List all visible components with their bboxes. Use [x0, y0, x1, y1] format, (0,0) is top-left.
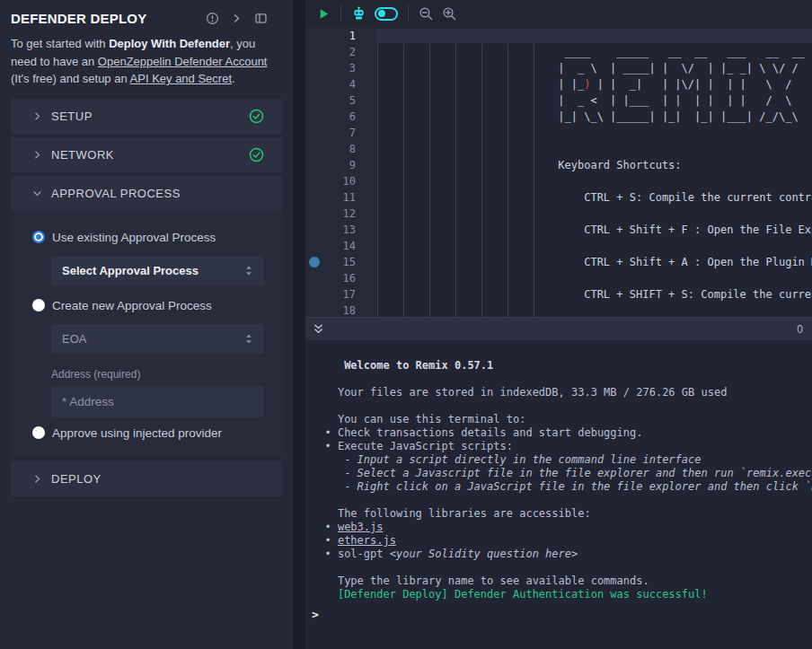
- breakpoint-dot[interactable]: [309, 257, 320, 267]
- line-number: 11: [305, 189, 356, 206]
- terminal-line: [312, 373, 812, 386]
- radio-create-new[interactable]: [32, 299, 45, 311]
- zoom-out-icon[interactable]: [419, 6, 434, 22]
- intro-link[interactable]: OpenZeppelin Defender Account: [98, 55, 268, 68]
- split-panel-icon[interactable]: [254, 12, 268, 25]
- terminal[interactable]: Welcome to Remix 0.57.1 Your files are s…: [305, 340, 812, 649]
- address-input[interactable]: [51, 386, 264, 417]
- radio-injected-provider[interactable]: [32, 426, 45, 439]
- editor-line: CTRL + Shift + F : Open the File Explore…: [376, 222, 812, 238]
- chevron-right-icon: [32, 111, 42, 121]
- section-deploy[interactable]: DEPLOY: [11, 461, 282, 496]
- editor-toolbar: [305, 0, 812, 27]
- editor-line: Keyboard Shortcuts:: [376, 157, 812, 173]
- chevron-right-icon: [32, 150, 42, 160]
- editor-line: | _ \ | ____| | \/ | |_ _| \ \/ /: [376, 60, 812, 76]
- terminal-line: - Select a Javascript file in the file e…: [312, 467, 812, 480]
- select-value: EOA: [62, 332, 86, 346]
- section-label: NETWORK: [51, 148, 114, 162]
- line-number: 7: [305, 125, 356, 141]
- editor-line: [376, 303, 812, 317]
- line-number: 14: [305, 238, 356, 254]
- terminal-line: Type the library name to see available c…: [312, 574, 812, 588]
- line-number: 3: [305, 60, 356, 76]
- toggle-knob: [378, 10, 385, 17]
- radio-label: Create new Approval Process: [52, 299, 212, 312]
- terminal-line: [Defender Deploy] Defender Authenticatio…: [312, 588, 812, 601]
- terminal-line: Welcome to Remix 0.57.1: [312, 359, 812, 373]
- terminal-line: • sol-gpt <your Solidity question here>: [312, 548, 812, 561]
- line-number: 1: [305, 28, 356, 44]
- line-number: 12: [305, 206, 356, 222]
- editor-line: CTRL + SHIFT + S: Compile the current co…: [376, 286, 812, 303]
- address-label: Address (required): [51, 368, 264, 381]
- editor-line: |_| \_\ |_____| |_| |_| |___| /_/\_\: [376, 109, 812, 125]
- line-number: 10: [305, 173, 356, 189]
- section-label: APPROVAL PROCESS: [51, 187, 181, 200]
- code-editor[interactable]: 12345678910111213141516171819 ____ _____…: [305, 27, 812, 317]
- line-number: 8: [305, 141, 356, 157]
- approval-process-select[interactable]: Select Approval Process: [51, 256, 264, 285]
- approval-type-select[interactable]: EOA: [51, 324, 264, 354]
- line-number: 2: [305, 44, 356, 60]
- editor-line: | |_) | | _| | |\/| | | | \ /: [376, 76, 812, 92]
- collapse-terminal-icon[interactable]: [313, 323, 324, 335]
- run-script-icon[interactable]: [317, 7, 331, 21]
- editor-and-terminal: 12345678910111213141516171819 ____ _____…: [305, 0, 812, 649]
- terminal-line: • Execute JavaScript scripts:: [312, 440, 812, 453]
- toolbar-divider: [340, 5, 341, 22]
- radio-use-existing[interactable]: [32, 231, 45, 243]
- terminal-line: - Input a script directly in the command…: [312, 453, 812, 467]
- check-circle-icon: [249, 147, 264, 162]
- editor-line: [376, 206, 812, 222]
- section-setup[interactable]: SETUP: [11, 99, 282, 134]
- sort-arrows-icon: [244, 333, 253, 345]
- intro-text: To get started with Deploy With Defender…: [11, 35, 282, 88]
- toolbar-divider: [408, 5, 409, 22]
- remix-ide-app: DEFENDER DEPLOY To get started with Depl…: [0, 0, 812, 649]
- terminal-prompt[interactable]: >: [312, 608, 812, 621]
- terminal-link[interactable]: web3.js: [338, 521, 384, 533]
- section-label: SETUP: [51, 110, 93, 123]
- section-network[interactable]: NETWORK: [11, 137, 282, 172]
- editor-line: [376, 125, 812, 141]
- editor-line: [376, 173, 812, 189]
- defender-deploy-panel: DEFENDER DEPLOY To get started with Depl…: [0, 0, 293, 649]
- check-circle-icon: [249, 109, 264, 124]
- terminal-line: [312, 561, 812, 574]
- panel-resize-handle[interactable]: [293, 0, 305, 649]
- remix-ai-robot-icon[interactable]: [351, 6, 366, 22]
- info-icon[interactable]: [206, 12, 219, 25]
- line-number: 17: [305, 286, 356, 303]
- chevron-right-icon: [32, 474, 42, 484]
- section-label: DEPLOY: [51, 472, 102, 486]
- panel-title: DEFENDER DEPLOY: [11, 11, 146, 26]
- editor-line: [376, 141, 812, 157]
- terminal-line: Your files are stored in indexedDB, 33.3…: [312, 386, 812, 399]
- panel-header: DEFENDER DEPLOY: [11, 0, 282, 29]
- terminal-line: - Right click on a JavaScript file in th…: [312, 480, 812, 494]
- terminal-header: 0: [305, 317, 812, 340]
- option-use-existing: Use existing Approval Process: [32, 231, 264, 244]
- approval-process-body: Use existing Approval Process Select App…: [11, 211, 282, 458]
- transactions-count-badge: 0: [797, 323, 803, 336]
- intro-link[interactable]: API Key and Secret: [130, 72, 232, 85]
- terminal-link[interactable]: ethers.js: [338, 534, 396, 547]
- sort-arrows-icon: [244, 265, 253, 276]
- terminal-line: • web3.js: [312, 521, 812, 534]
- option-injected-provider: Approve using injected provider: [32, 426, 264, 440]
- editor-line: | _ < | |___ | | | | | | / \: [376, 92, 812, 109]
- editor-content[interactable]: ____ _____ __ __ ___ __ __ | _ \ | ____|…: [376, 27, 812, 317]
- section-approval-header[interactable]: APPROVAL PROCESS: [11, 176, 282, 211]
- line-number: 6: [305, 109, 356, 125]
- editor-line: CTRL + S: Compile the current contract: [376, 189, 812, 206]
- zoom-in-icon[interactable]: [442, 6, 457, 22]
- ai-copilot-toggle[interactable]: [375, 7, 398, 21]
- option-create-new: Create new Approval Process: [32, 299, 264, 312]
- editor-gutter: 12345678910111213141516171819: [305, 27, 376, 317]
- line-number: 4: [305, 76, 356, 92]
- chevron-right-icon[interactable]: [231, 13, 243, 24]
- editor-line: CTRL + Shift + A : Open the Plugin Manag…: [376, 254, 812, 270]
- chevron-down-icon: [32, 189, 42, 198]
- terminal-line: [312, 399, 812, 413]
